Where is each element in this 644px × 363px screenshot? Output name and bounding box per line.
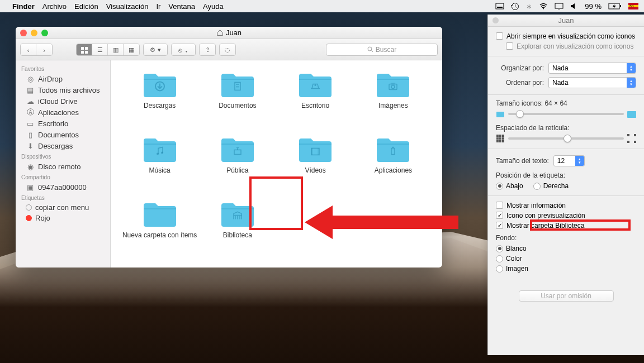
sidebar-airdrop[interactable]: ◎AirDrop xyxy=(16,73,110,84)
view-coverflow-button[interactable]: ▦ xyxy=(124,44,139,56)
folder-escritorio[interactable]: Escritorio xyxy=(277,70,354,132)
svg-rect-29 xyxy=(496,135,499,137)
grid-loose-icon xyxy=(627,134,636,143)
menu-help[interactable]: Ayuda xyxy=(203,2,224,11)
sidebar-icloud[interactable]: ☁iCloud Drive xyxy=(16,95,110,107)
sort-select[interactable]: Nada▲▼ xyxy=(548,77,636,88)
radio-bg-image[interactable] xyxy=(496,265,503,273)
folder-label: Descargas xyxy=(144,102,176,109)
chk-show-info[interactable] xyxy=(496,202,503,209)
share-button[interactable]: ⇪ xyxy=(200,44,215,56)
downloads-icon: ⬇ xyxy=(26,141,35,150)
view-list-button[interactable]: ☰ xyxy=(92,44,108,56)
folder-icon xyxy=(142,200,178,229)
wifi-icon[interactable] xyxy=(539,3,548,9)
sidebar-tag-copy[interactable]: copiar con menu xyxy=(16,202,110,213)
radio-label-right[interactable] xyxy=(533,183,541,190)
timemachine-icon[interactable] xyxy=(511,2,519,11)
svg-rect-8 xyxy=(85,47,88,50)
folder-documentos[interactable]: Documentos xyxy=(198,70,276,132)
minimize-button[interactable] xyxy=(31,30,37,36)
sidebar-shared-header: Compartido xyxy=(16,172,110,182)
sidebar-documents[interactable]: ▯Documentos xyxy=(16,129,110,140)
text-size-select[interactable]: 12▲▼ xyxy=(553,155,585,166)
sidebar-remotedisc[interactable]: ◉Disco remoto xyxy=(16,161,110,172)
view-icons-button[interactable] xyxy=(77,44,92,56)
svg-rect-1 xyxy=(497,7,503,8)
radio-bg-white[interactable] xyxy=(496,245,503,252)
svg-rect-39 xyxy=(634,134,636,136)
folder-label: Escritorio xyxy=(301,102,329,109)
library-icon xyxy=(231,209,244,222)
maximize-button[interactable] xyxy=(41,30,48,36)
battery-icon[interactable] xyxy=(608,3,622,9)
svg-rect-6 xyxy=(620,5,621,7)
sidebar-shared-item[interactable]: ▣0947aa000000 xyxy=(16,182,110,193)
chk-explore-icons[interactable] xyxy=(506,42,513,50)
svg-point-16 xyxy=(391,85,395,88)
dock-icon[interactable] xyxy=(495,3,504,9)
forward-button[interactable]: › xyxy=(36,44,52,56)
bluetooth-icon[interactable]: ∗ xyxy=(526,2,532,11)
menu-window[interactable]: Ventana xyxy=(168,2,195,11)
search-icon xyxy=(367,46,373,52)
server-icon: ▣ xyxy=(26,183,35,192)
chk-show-library[interactable] xyxy=(496,222,503,229)
menu-file[interactable]: Archivo xyxy=(42,2,67,11)
app-menu[interactable]: Finder xyxy=(12,2,35,11)
back-button[interactable]: ‹ xyxy=(21,44,36,56)
large-folder-icon xyxy=(627,109,636,118)
inspector-titlebar[interactable]: Juan xyxy=(488,15,644,27)
radio-label-below[interactable] xyxy=(496,183,503,190)
tags-button[interactable]: ◌ xyxy=(220,44,235,56)
action-button[interactable]: ⎋ ▾ xyxy=(172,44,195,56)
organize-select[interactable]: Nada▲▼ xyxy=(548,63,636,74)
svg-point-11 xyxy=(368,47,372,51)
chk-show-preview[interactable] xyxy=(496,212,503,219)
folder-aplicaciones[interactable]: Aplicaciones xyxy=(354,135,432,197)
folder-descargas[interactable]: Descargas xyxy=(121,70,198,132)
svg-rect-34 xyxy=(502,137,504,140)
use-defaults-button[interactable]: Usar por omisión xyxy=(519,290,614,302)
sidebar-allfiles[interactable]: ▤Todos mis archivos xyxy=(16,84,110,95)
documents-icon: ▯ xyxy=(26,130,35,139)
icon-size-slider[interactable] xyxy=(508,113,624,115)
view-columns-button[interactable]: ▥ xyxy=(108,44,124,56)
menu-view[interactable]: Visualización xyxy=(106,2,149,11)
menu-edit[interactable]: Edición xyxy=(74,2,98,11)
svg-rect-41 xyxy=(634,141,636,143)
apps-icon: Ⓐ xyxy=(26,108,35,117)
grid-spacing-slider[interactable] xyxy=(508,137,624,140)
svg-point-14 xyxy=(315,84,316,86)
input-source-icon[interactable] xyxy=(628,3,638,9)
folder-imágenes[interactable]: Imágenes xyxy=(354,70,432,132)
arrange-button[interactable]: ⚙ ▾ xyxy=(144,44,167,56)
annotation-highlight-folder xyxy=(249,176,303,230)
svg-rect-25 xyxy=(327,216,458,229)
home-icon xyxy=(216,29,224,36)
sidebar-desktop[interactable]: ▭Escritorio xyxy=(16,118,110,129)
menu-go[interactable]: Ir xyxy=(156,2,160,11)
folder-nueva-carpeta-con-ítems[interactable]: Nueva carpeta con ítems xyxy=(121,200,198,261)
inspector-close-button[interactable] xyxy=(493,17,499,23)
toolbar: ‹ › ☰ ▥ ▦ ⚙ ▾ ⎋ ▾ ⇪ ◌ Buscar xyxy=(16,39,442,60)
sidebar-downloads[interactable]: ⬇Descargas xyxy=(16,140,110,151)
folder-música[interactable]: Música xyxy=(121,135,198,197)
tag-red-icon xyxy=(26,215,32,221)
svg-rect-27 xyxy=(496,112,504,117)
tag-icon xyxy=(26,204,32,211)
display-icon[interactable] xyxy=(555,3,564,9)
titlebar[interactable]: Juan xyxy=(16,27,442,39)
close-button[interactable] xyxy=(20,30,27,36)
svg-rect-23 xyxy=(318,148,319,155)
sidebar-favorites-header: Favoritos xyxy=(16,64,110,73)
search-input[interactable]: Buscar xyxy=(326,44,438,56)
svg-marker-26 xyxy=(305,206,333,239)
svg-rect-37 xyxy=(502,140,504,142)
folder-label: Pública xyxy=(226,166,248,174)
sidebar-tag-red[interactable]: Rojo xyxy=(16,213,110,223)
volume-icon[interactable] xyxy=(570,3,578,9)
chk-always-icons[interactable] xyxy=(496,32,503,40)
radio-bg-color[interactable] xyxy=(496,255,503,262)
sidebar-apps[interactable]: ⒶAplicaciones xyxy=(16,107,110,118)
